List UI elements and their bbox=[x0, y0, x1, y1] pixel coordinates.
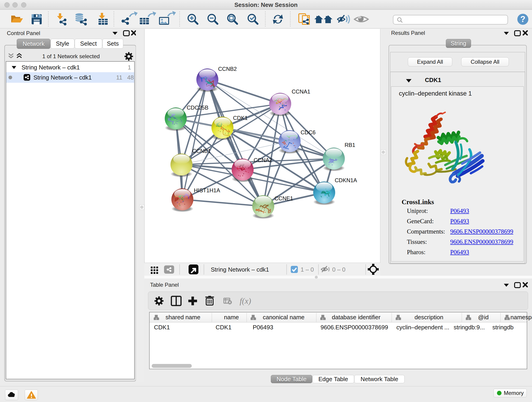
svg-text:String Network – cdk1: String Network – cdk1 bbox=[211, 266, 269, 273]
svg-text:?: ? bbox=[520, 14, 525, 24]
svg-text:CCNB2: CCNB2 bbox=[218, 66, 237, 72]
svg-text:CDK1: CDK1 bbox=[233, 115, 248, 121]
svg-text:RB1: RB1 bbox=[345, 142, 355, 148]
svg-text:0 – 0: 0 – 0 bbox=[332, 266, 346, 273]
svg-text:CDKN1A: CDKN1A bbox=[335, 177, 357, 183]
svg-text:f(x): f(x) bbox=[240, 296, 251, 306]
svg-text:CDC25B: CDC25B bbox=[187, 104, 209, 111]
svg-text:HIST1H1A: HIST1H1A bbox=[194, 187, 220, 193]
svg-text:CCNB1: CCNB1 bbox=[192, 148, 211, 154]
svg-text:1 – 0: 1 – 0 bbox=[301, 266, 314, 273]
svg-text:CCNE1: CCNE1 bbox=[274, 195, 293, 201]
svg-text:CCNA1: CCNA1 bbox=[292, 89, 310, 95]
svg-text:CDC6: CDC6 bbox=[301, 129, 316, 135]
svg-text:CCNA2: CCNA2 bbox=[254, 157, 272, 163]
